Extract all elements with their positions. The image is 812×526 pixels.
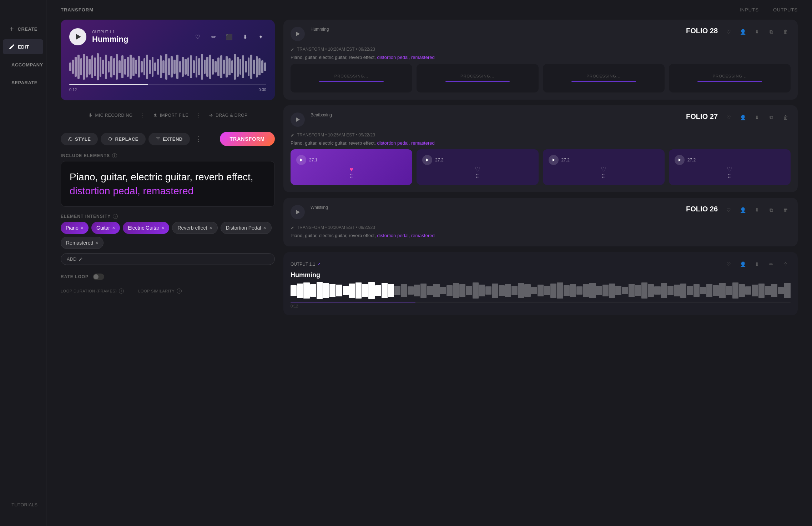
folio-28-play-button[interactable] xyxy=(291,27,305,41)
tag-reverb-effect[interactable]: Reverb effect × xyxy=(172,222,217,234)
output-thumb-27-2c[interactable]: 27.2 ♡ ⠿ xyxy=(669,149,791,185)
more-button[interactable]: ✦ xyxy=(255,31,266,42)
folio-27-track-label: Beatboxing xyxy=(311,112,680,117)
output-thumb-27-2a[interactable]: 27.2 ♡ ⠿ xyxy=(417,149,538,185)
folio-26-favorite[interactable]: ♡ xyxy=(723,205,733,215)
thumb-play-27-2b[interactable] xyxy=(549,155,559,165)
drag-drop-button[interactable]: DRAG & DROP xyxy=(201,109,255,122)
thumb-play-27-1[interactable] xyxy=(296,155,306,165)
tag-remastered-close[interactable]: × xyxy=(95,240,98,246)
folio-26-download[interactable]: ⬇ xyxy=(752,205,762,215)
tag-electric-guitar-close[interactable]: × xyxy=(161,225,164,231)
thumb-label-27-2a: 27.2 xyxy=(435,157,443,162)
thumb-label-27-1: 27.1 xyxy=(309,157,317,162)
folio-28-delete[interactable]: 🗑 xyxy=(781,27,791,37)
style-button[interactable]: STYLE xyxy=(61,133,98,145)
thumb-heart-27-2c[interactable]: ♡ xyxy=(727,165,732,173)
folio-28-favorite[interactable]: ♡ xyxy=(723,27,733,37)
bottom-user[interactable]: 👤 xyxy=(738,259,748,269)
thumb-play-27-2c[interactable] xyxy=(675,155,685,165)
folio-27-favorite[interactable]: ♡ xyxy=(723,112,733,122)
folio-28-tag-link2[interactable]: remastered xyxy=(411,55,435,60)
bottom-favorite[interactable]: ♡ xyxy=(723,259,733,269)
folio-28-tag-link[interactable]: distortion pedal, xyxy=(377,55,410,60)
folio-28-download[interactable]: ⬇ xyxy=(752,27,762,37)
thumb-dots-27-2c[interactable]: ⠿ xyxy=(727,174,732,179)
folio-27-delete[interactable]: 🗑 xyxy=(781,112,791,122)
thumb-heart-27-2a[interactable]: ♡ xyxy=(475,165,480,173)
sidebar-item-tutorials[interactable]: TUTORIALS xyxy=(3,497,43,512)
folio-26-copy[interactable]: ⧉ xyxy=(766,205,776,215)
sidebar-item-separate[interactable]: SEPARATE xyxy=(3,75,43,90)
waveform-visual[interactable] xyxy=(69,52,266,81)
folio-28-copy[interactable]: ⧉ xyxy=(766,27,776,37)
loop-duration-info[interactable]: i xyxy=(119,289,124,294)
include-elements-info[interactable]: i xyxy=(112,153,117,158)
thumb-heart-27-1[interactable]: ♥ xyxy=(349,166,353,173)
folio-26-delete[interactable]: 🗑 xyxy=(781,205,791,215)
rate-loop-toggle[interactable] xyxy=(93,274,104,280)
transform-button[interactable]: TRANSFORM xyxy=(220,132,275,146)
elements-textarea[interactable]: Piano, guitar, electric guitar, reverb e… xyxy=(61,161,275,207)
mic-recording-button[interactable]: MIC RECORDING xyxy=(81,109,140,122)
tutorials-label: TUTORIALS xyxy=(11,502,37,507)
folio-26-card: Whistling FOLIO 26 ♡ 👤 ⬇ ⧉ 🗑 TRANSFORM •… xyxy=(283,198,798,246)
thumb-heart-27-2b[interactable]: ♡ xyxy=(601,165,606,173)
tag-piano[interactable]: Piano × xyxy=(61,222,89,234)
tag-piano-close[interactable]: × xyxy=(81,225,84,231)
folio-28-user[interactable]: 👤 xyxy=(738,27,748,37)
tag-distortion-pedal-close[interactable]: × xyxy=(263,225,266,231)
replace-button[interactable]: REPLACE xyxy=(101,133,146,145)
thumb-dots-27-2a[interactable]: ⠿ xyxy=(475,174,480,179)
edit-button[interactable]: ✏ xyxy=(208,31,219,42)
processing-card-1: PROCESSING... xyxy=(291,64,412,92)
main-play-button[interactable] xyxy=(69,28,86,45)
topbar-nav-outputs[interactable]: OUTPUTS xyxy=(773,7,798,12)
folio-27-download[interactable]: ⬇ xyxy=(752,112,762,122)
bottom-output-label: OUTPUT 1.1 ↗ xyxy=(291,262,321,267)
tag-electric-guitar[interactable]: Electric Guitar × xyxy=(123,222,169,234)
bottom-edit[interactable]: ✏ xyxy=(766,259,776,269)
sidebar-item-accompany[interactable]: ACCOMPANY xyxy=(3,57,43,72)
loop-similarity-info[interactable]: i xyxy=(177,289,182,294)
folio-27-play-button[interactable] xyxy=(291,112,305,127)
add-tag-button[interactable]: ADD xyxy=(61,253,275,265)
sidebar-item-create[interactable]: CREATE xyxy=(3,21,43,36)
tag-guitar-close[interactable]: × xyxy=(112,225,115,231)
tag-reverb-effect-close[interactable]: × xyxy=(209,225,212,231)
save-button[interactable]: ⬛ xyxy=(223,31,235,42)
tag-remastered[interactable]: Remastered × xyxy=(61,237,104,249)
extend-button[interactable]: EXTEND xyxy=(148,133,190,145)
external-link-icon[interactable]: ↗ xyxy=(317,262,321,266)
folio-26-user[interactable]: 👤 xyxy=(738,205,748,215)
thumb-dots-27-2b[interactable]: ⠿ xyxy=(601,174,606,179)
thumb-dots-27-1[interactable]: ⠿ xyxy=(349,174,354,179)
topbar-nav-inputs[interactable]: INPUTS xyxy=(740,7,759,12)
tag-distortion-pedal[interactable]: Distortion Pedal × xyxy=(221,222,272,234)
rate-loop-section: RATE LOOP xyxy=(61,271,275,283)
download-button[interactable]: ⬇ xyxy=(239,31,251,42)
bottom-share[interactable]: ⇧ xyxy=(781,259,791,269)
sidebar-item-edit[interactable]: EDIT xyxy=(3,39,43,54)
folio-27-tag-link2[interactable]: remastered xyxy=(411,140,435,146)
favorite-button[interactable]: ♡ xyxy=(192,31,203,42)
bottom-download[interactable]: ⬇ xyxy=(752,259,762,269)
more-controls-button[interactable]: ⋮ xyxy=(193,133,204,145)
sidebar-item-edit-label: EDIT xyxy=(18,44,29,50)
element-intensity-info[interactable]: i xyxy=(113,214,118,219)
output-thumb-27-2a-header: 27.2 xyxy=(422,155,533,165)
folio-27-copy[interactable]: ⧉ xyxy=(766,112,776,122)
import-file-button[interactable]: IMPORT FILE xyxy=(146,109,196,122)
folio-26-tag-link[interactable]: distortion pedal, xyxy=(377,233,410,238)
thumb-play-27-2a[interactable] xyxy=(422,155,432,165)
waveform-header: OUTPUT 1.1 Humming ♡ ✏ ⬛ ⬇ ✦ xyxy=(69,28,266,45)
waveform-times: 0:12 0:30 xyxy=(69,87,266,92)
folio-26-tag-link2[interactable]: remastered xyxy=(411,233,435,238)
folio-27-tag-link[interactable]: distortion pedal, xyxy=(377,140,410,146)
output-thumb-27-2b[interactable]: 27.2 ♡ ⠿ xyxy=(543,149,665,185)
mini-waveform[interactable] xyxy=(291,282,791,300)
folio-27-user[interactable]: 👤 xyxy=(738,112,748,122)
output-thumb-27-1[interactable]: 27.1 ♥ ⠿ xyxy=(291,149,412,185)
tag-guitar[interactable]: Guitar × xyxy=(91,222,120,234)
folio-26-play-button[interactable] xyxy=(291,205,305,219)
